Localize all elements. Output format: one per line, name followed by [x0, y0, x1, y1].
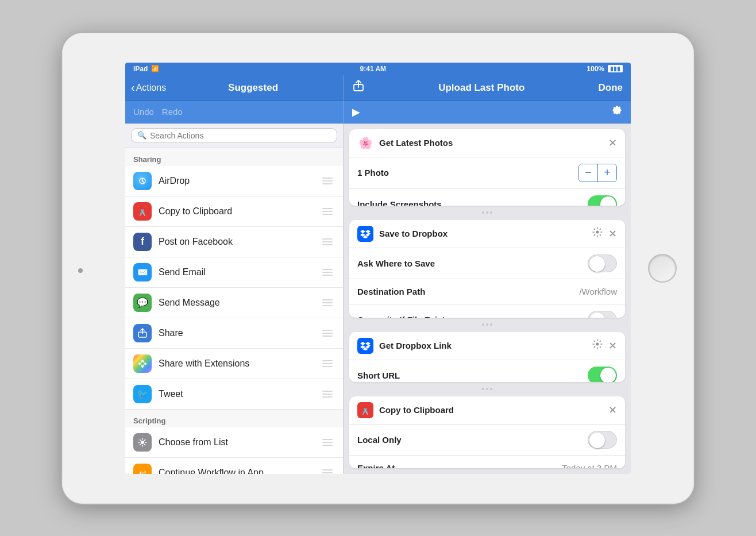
- list-item-share[interactable]: Share: [125, 318, 343, 349]
- main-nav-title: Upload Last Photo: [365, 82, 599, 94]
- dropbox-save-gear-button[interactable]: [592, 227, 603, 240]
- undo-button[interactable]: Undo: [133, 107, 154, 117]
- expire-at-label: Expire At: [357, 463, 562, 468]
- svg-line-11: [141, 364, 142, 366]
- include-screenshots-toggle[interactable]: [588, 195, 617, 206]
- stepper-minus-button[interactable]: −: [579, 164, 597, 182]
- include-screenshots-label: Include Screenshots: [357, 199, 588, 206]
- card-actions-clipboard: ✕: [608, 404, 617, 417]
- search-icon: 🔍: [137, 131, 146, 140]
- card-header-photos: 🌸 Get Latest Photos ✕: [349, 129, 625, 157]
- toggle-thumb: [589, 256, 605, 272]
- clipboard2-icon: ✂️: [357, 402, 373, 418]
- list-item-email[interactable]: ✉️ Send Email: [125, 257, 343, 288]
- short-url-toggle[interactable]: [588, 367, 617, 382]
- expire-at-value: Today at 3 PM: [562, 463, 617, 468]
- clipboard-card-title: Copy to Clipboard: [379, 405, 603, 415]
- svg-point-15: [596, 231, 599, 234]
- dropbox-link-card-title: Get Dropbox Link: [379, 341, 587, 350]
- card-actions-dropbox-save: ✕: [592, 227, 617, 240]
- drag-handle: [322, 439, 335, 446]
- back-button[interactable]: ‹ Actions: [131, 81, 166, 94]
- photo-stepper[interactable]: − +: [578, 164, 617, 182]
- status-right: 100% ▮▮▮: [587, 65, 623, 73]
- list-item-airdrop[interactable]: AirDrop: [125, 166, 343, 196]
- photos-card-title: Get Latest Photos: [379, 138, 603, 148]
- toggle-thumb: [600, 196, 616, 206]
- battery-icon: ▮▮▮: [608, 65, 623, 72]
- local-only-row: Local Only: [349, 425, 625, 456]
- list-item-choose-list[interactable]: Choose from List: [125, 427, 343, 458]
- share-button[interactable]: [352, 80, 365, 95]
- clipboard-label: Copy to Clipboard: [159, 206, 315, 217]
- list-item-facebook[interactable]: f Post on Facebook: [125, 227, 343, 257]
- drag-separator-2: [349, 323, 625, 326]
- facebook-icon: f: [133, 233, 152, 251]
- nav-bar: ‹ Actions Suggested Upload Last Photo Do…: [125, 75, 631, 101]
- side-dot: [78, 268, 83, 273]
- continue-workflow-label: Continue Workflow in App: [159, 468, 315, 474]
- ask-where-label: Ask Where to Save: [357, 259, 588, 268]
- svg-point-4: [138, 363, 141, 365]
- svg-line-8: [141, 361, 142, 363]
- dropbox-save-close-button[interactable]: ✕: [608, 227, 617, 240]
- redo-button[interactable]: Redo: [162, 107, 183, 117]
- status-left: iPad 📶: [133, 65, 159, 73]
- search-bar: 🔍: [125, 124, 343, 148]
- settings-button[interactable]: [611, 105, 623, 119]
- nav-left: ‹ Actions Suggested: [125, 81, 344, 94]
- sidebar-nav-title: Suggested: [168, 82, 338, 94]
- sidebar: 🔍 Sharing: [125, 124, 344, 474]
- done-button[interactable]: Done: [599, 82, 623, 94]
- dropbox-link-gear-button[interactable]: [592, 339, 603, 352]
- dropbox-save-card-title: Save to Dropbox: [379, 229, 587, 238]
- list-item-tweet[interactable]: 🐦 Tweet: [125, 379, 343, 410]
- card-save-dropbox: Save to Dropbox ✕ Ask Where to Save: [349, 220, 625, 318]
- message-label: Send Message: [159, 298, 315, 308]
- play-button[interactable]: ▶: [352, 106, 360, 118]
- share-extensions-label: Share with Extensions: [159, 358, 315, 369]
- share-label: Share: [159, 328, 315, 338]
- photos-close-button[interactable]: ✕: [608, 137, 617, 149]
- back-label: Actions: [136, 83, 166, 93]
- toggle-thumb: [589, 313, 605, 318]
- ask-where-toggle[interactable]: [588, 254, 617, 272]
- list-item-message[interactable]: 💬 Send Message: [125, 288, 343, 318]
- drag-handle: [322, 360, 335, 367]
- status-bar: iPad 📶 9:41 AM 100% ▮▮▮: [125, 63, 631, 75]
- card-actions-photos: ✕: [608, 137, 617, 149]
- svg-point-12: [141, 441, 144, 444]
- home-button[interactable]: [648, 254, 677, 283]
- search-input[interactable]: [150, 131, 331, 140]
- card-get-dropbox-link: Get Dropbox Link ✕ Short URL: [349, 332, 625, 382]
- card-actions-dropbox-link: ✕: [592, 339, 617, 352]
- status-time: 9:41 AM: [360, 65, 387, 73]
- overwrite-row: Overwrite If File Exists: [349, 304, 625, 318]
- ipad-frame: iPad 📶 9:41 AM 100% ▮▮▮ ‹ Actions Sugges…: [62, 33, 694, 504]
- list-item-share-extensions[interactable]: Share with Extensions: [125, 349, 343, 379]
- section-header-scripting: Scripting: [125, 410, 343, 427]
- overwrite-toggle[interactable]: [588, 311, 617, 318]
- short-url-row: Short URL: [349, 360, 625, 382]
- list-item-continue-workflow[interactable]: ↩ Continue Workflow in App: [125, 458, 343, 474]
- photos-icon: 🌸: [357, 135, 373, 151]
- toolbar: Undo Redo ▶: [125, 101, 631, 124]
- local-only-toggle[interactable]: [588, 431, 617, 449]
- drag-handle: [322, 238, 335, 245]
- card-get-latest-photos: 🌸 Get Latest Photos ✕ 1 Photo − +: [349, 129, 625, 206]
- stepper-plus-button[interactable]: +: [598, 164, 616, 182]
- toolbar-left: Undo Redo: [125, 107, 344, 117]
- choose-list-icon: [133, 433, 152, 452]
- list-item-clipboard[interactable]: ✂️ Copy to Clipboard: [125, 196, 343, 227]
- local-only-label: Local Only: [357, 435, 588, 445]
- clipboard-close-button[interactable]: ✕: [608, 404, 617, 417]
- ask-where-row: Ask Where to Save: [349, 248, 625, 279]
- toggle-thumb: [600, 368, 616, 382]
- svg-line-9: [143, 361, 144, 363]
- dropbox-link-icon: [357, 338, 373, 354]
- dropbox-save-icon: [357, 226, 373, 242]
- drag-handle: [322, 178, 335, 184]
- drag-separator-3: [349, 388, 625, 391]
- dropbox-link-close-button[interactable]: ✕: [608, 340, 617, 352]
- main-content: 🔍 Sharing: [125, 124, 631, 474]
